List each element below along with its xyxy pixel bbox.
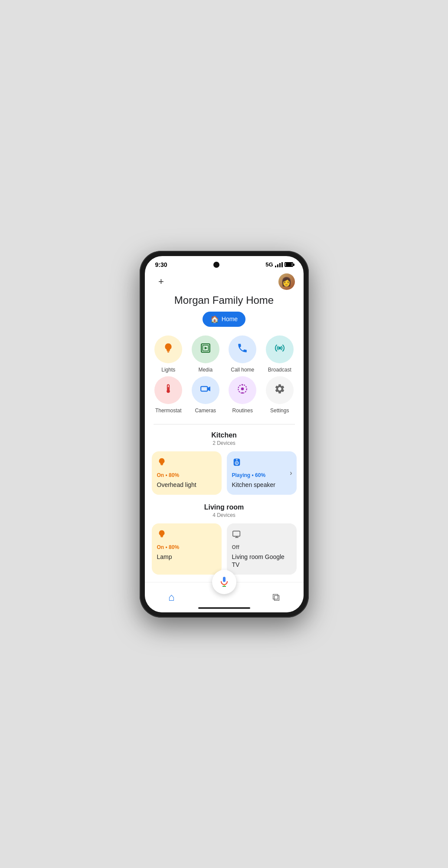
device-icon-kitchen-speaker	[232, 457, 291, 470]
screen-content[interactable]: + 👩 Morgan Family Home 🏠 Home LightsMedi…	[145, 270, 304, 612]
quick-action-call-home[interactable]: Call home	[226, 335, 260, 373]
quick-label-broadcast: Broadcast	[268, 367, 291, 373]
quick-actions-grid: LightsMediaCall homeBroadcastThermostatC…	[145, 335, 304, 421]
room-count-1: 4 Devices	[145, 512, 304, 518]
signal-bar-4	[281, 262, 283, 267]
home-badge-icon: 🏠	[210, 315, 219, 323]
room-kitchen: Kitchen2 DevicesOn • 80%Overhead lightPl…	[145, 431, 304, 503]
home-title: Morgan Family Home	[145, 292, 304, 312]
svg-rect-9	[201, 386, 207, 391]
quick-icon-routines	[237, 383, 248, 397]
quick-circle-call-home	[229, 335, 256, 363]
mic-inner	[218, 576, 230, 588]
quick-icon-cameras	[200, 383, 211, 397]
device-status-kitchen-speaker: Playing • 60%	[232, 472, 291, 478]
home-badge-label: Home	[222, 316, 238, 322]
quick-action-media[interactable]: Media	[189, 335, 222, 373]
room-header-0: Kitchen2 Devices	[145, 431, 304, 446]
device-icon-living-room-tv	[232, 529, 291, 542]
chevron-kitchen-speaker: ›	[290, 469, 292, 477]
signal-bar-2	[277, 264, 278, 267]
svg-rect-1	[167, 352, 169, 352]
history-nav-icon: ⧉	[272, 591, 280, 603]
home-badge[interactable]: 🏠 Home	[203, 312, 245, 327]
phone-screen: 9:30 5G + 👩	[145, 256, 304, 612]
status-bar: 9:30 5G	[145, 256, 304, 270]
user-avatar[interactable]: 👩	[278, 273, 295, 290]
home-nav-icon: ⌂	[168, 591, 175, 603]
status-icons: 5G	[265, 261, 293, 268]
devices-row-0: On • 80%Overhead lightPlaying • 60%Kitch…	[145, 451, 304, 503]
quick-circle-lights	[154, 335, 182, 363]
app-header: + 👩	[145, 270, 304, 292]
quick-label-settings: Settings	[270, 408, 289, 414]
device-name-living-room-tv: Living room Google TV	[232, 553, 291, 569]
mic-icon	[218, 576, 230, 588]
signal-bar-1	[275, 266, 276, 267]
quick-label-media: Media	[198, 367, 213, 373]
quick-label-routines: Routines	[232, 408, 253, 414]
home-indicator	[198, 607, 250, 609]
home-badge-row: 🏠 Home	[145, 312, 304, 327]
network-label: 5G	[265, 261, 273, 268]
svg-rect-20	[160, 536, 163, 537]
device-status-overhead-light: On • 80%	[157, 472, 216, 478]
svg-point-18	[236, 462, 237, 464]
device-name-lamp: Lamp	[157, 553, 216, 561]
svg-rect-19	[236, 459, 238, 460]
room-count-0: 2 Devices	[145, 440, 304, 446]
quick-action-lights[interactable]: Lights	[152, 335, 186, 373]
quick-circle-broadcast	[266, 335, 294, 363]
device-icon-lamp	[157, 529, 216, 542]
quick-icon-settings	[274, 383, 285, 397]
nav-history[interactable]: ⧉	[262, 588, 290, 607]
signal-bar-3	[279, 263, 281, 267]
rooms-container: Kitchen2 DevicesOn • 80%Overhead lightPl…	[145, 431, 304, 584]
device-card-kitchen-speaker[interactable]: Playing • 60%Kitchen speaker›	[227, 451, 297, 495]
quick-label-call-home: Call home	[231, 367, 254, 373]
svg-rect-15	[160, 464, 163, 465]
svg-marker-4	[205, 346, 208, 349]
quick-circle-media	[192, 335, 219, 363]
svg-rect-21	[232, 531, 240, 536]
room-name-0: Kitchen	[145, 431, 304, 439]
quick-label-cameras: Cameras	[195, 408, 216, 414]
quick-icon-lights	[163, 342, 174, 356]
quick-action-thermostat[interactable]: Thermostat	[152, 376, 186, 414]
room-header-1: Living room4 Devices	[145, 503, 304, 518]
quick-action-routines[interactable]: Routines	[226, 376, 260, 414]
status-time: 9:30	[155, 261, 167, 268]
quick-circle-settings	[266, 376, 294, 404]
add-button[interactable]: +	[154, 274, 169, 289]
device-name-kitchen-speaker: Kitchen speaker	[232, 481, 291, 489]
quick-label-lights: Lights	[161, 367, 175, 373]
quick-circle-thermostat	[154, 376, 182, 404]
room-name-1: Living room	[145, 503, 304, 511]
svg-rect-24	[223, 577, 226, 582]
quick-action-cameras[interactable]: Cameras	[189, 376, 222, 414]
signal-bars	[275, 262, 283, 267]
section-divider	[154, 424, 295, 424]
quick-action-settings[interactable]: Settings	[263, 376, 297, 414]
camera-notch	[213, 262, 219, 268]
mic-fab[interactable]	[212, 570, 236, 594]
quick-icon-thermostat	[163, 383, 174, 397]
device-card-lamp[interactable]: On • 80%Lamp	[152, 523, 222, 575]
quick-label-thermostat: Thermostat	[155, 408, 182, 414]
svg-point-5	[278, 346, 281, 349]
quick-icon-broadcast	[274, 342, 285, 356]
device-card-overhead-light[interactable]: On • 80%Overhead light	[152, 451, 222, 495]
quick-circle-routines	[229, 376, 256, 404]
device-card-living-room-tv[interactable]: OffLiving room Google TV	[227, 523, 297, 575]
device-name-overhead-light: Overhead light	[157, 481, 216, 489]
nav-home[interactable]: ⌂	[158, 588, 185, 607]
battery-icon	[284, 262, 293, 267]
battery-fill	[286, 263, 292, 266]
phone-frame: 9:30 5G + 👩	[140, 251, 309, 618]
svg-point-12	[241, 387, 244, 390]
svg-rect-0	[167, 351, 170, 352]
device-icon-overhead-light	[157, 457, 216, 470]
svg-rect-8	[168, 387, 169, 391]
quick-action-broadcast[interactable]: Broadcast	[263, 335, 297, 373]
device-status-living-room-tv: Off	[232, 544, 291, 550]
